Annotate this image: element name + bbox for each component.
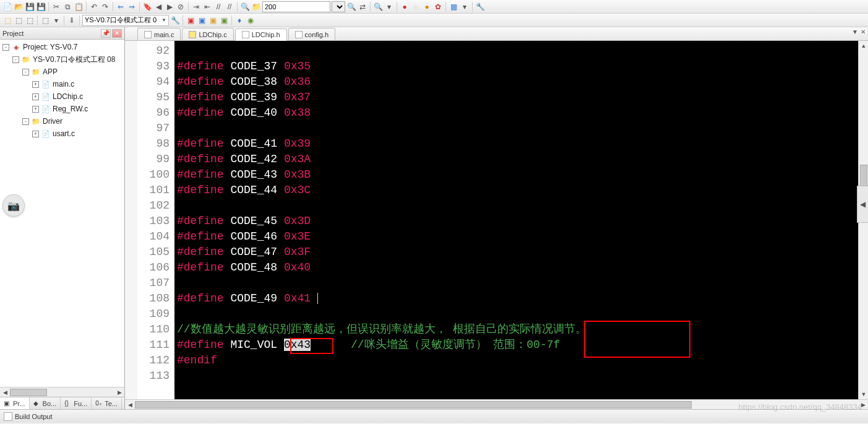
paste-icon[interactable]: 📋 <box>74 2 84 12</box>
editor-hscroll[interactable]: ◀ ▶ <box>125 399 868 409</box>
manage-2-icon[interactable]: ▣ <box>197 15 207 25</box>
tree-expander[interactable]: + <box>32 131 39 137</box>
manage-4-icon[interactable]: ▣ <box>219 15 229 25</box>
hscroll-thumb[interactable] <box>135 401 692 409</box>
cut-icon[interactable]: ✂ <box>51 2 61 12</box>
rebuild-icon[interactable]: ⬚ <box>25 15 35 25</box>
tree-expander[interactable]: + <box>32 81 39 88</box>
scroll-thumb[interactable] <box>10 389 47 396</box>
options-icon[interactable]: ✿ <box>433 2 443 12</box>
tree-item[interactable]: +📄Reg_RW.c <box>0 103 124 115</box>
code-content[interactable]: #define CODE_37 0x35#define CODE_38 0x36… <box>174 41 858 399</box>
dropdown-3-icon[interactable]: ▾ <box>51 15 61 25</box>
tree-item[interactable]: -📁Driver <box>0 115 124 128</box>
code-line[interactable]: #define CODE_42 0x3A <box>177 152 858 167</box>
scroll-down-icon[interactable]: ▼ <box>859 389 868 399</box>
comment-icon[interactable]: // <box>213 2 223 12</box>
breakpoint-disable-icon[interactable]: ○ <box>411 2 421 12</box>
code-line[interactable]: #define CODE_44 0x3C <box>177 183 858 198</box>
tab-list-icon[interactable]: ▼ <box>852 28 858 35</box>
tree-item[interactable]: +📄LDChip.c <box>0 90 124 103</box>
indent-icon[interactable]: ⇥ <box>191 2 201 12</box>
hscroll-right-icon[interactable]: ▶ <box>858 400 868 409</box>
options-target-icon[interactable]: 🔧 <box>170 15 180 25</box>
tree-item[interactable]: +📄usart.c <box>0 128 124 140</box>
code-line[interactable]: #define MIC_VOL 0x43 //咪头增益（灵敏度调节） 范围：00… <box>177 337 858 353</box>
code-line[interactable] <box>177 121 858 136</box>
nav-fwd-icon[interactable]: ⇒ <box>127 2 137 12</box>
code-editor[interactable]: 9293949596979899100101102103104105106107… <box>125 41 868 399</box>
bookmark-prev-icon[interactable]: ◀ <box>153 2 163 12</box>
code-line[interactable]: #define CODE_38 0x36 <box>177 74 858 90</box>
download-icon[interactable]: ⬇ <box>67 15 77 25</box>
tree-expander[interactable]: - <box>22 69 29 76</box>
rte-icon[interactable]: ◉ <box>246 15 256 25</box>
build-icon[interactable]: ⬚ <box>14 15 24 25</box>
editor-tab[interactable]: LDChip.c <box>182 28 233 40</box>
editor-tab[interactable]: LDChip.h <box>235 28 287 41</box>
hscroll-left-icon[interactable]: ◀ <box>125 400 135 409</box>
bottom-tab[interactable]: 0₊Te... <box>92 397 122 409</box>
build-target-icon[interactable]: ⬚ <box>2 15 12 25</box>
tree-item[interactable]: -◈Project: YS-V0.7 <box>0 41 124 53</box>
dropdown-icon[interactable]: ▾ <box>384 2 394 12</box>
debug-icon[interactable]: 🔍 <box>373 2 383 12</box>
project-hscroll[interactable]: ◀ ▶ <box>0 387 124 397</box>
code-line[interactable]: #endif <box>177 353 858 368</box>
tree-item[interactable]: -📁APP <box>0 66 124 78</box>
camera-badge-icon[interactable]: 📷 <box>2 194 25 217</box>
new-icon[interactable]: 📄 <box>2 2 12 12</box>
bookmark-clear-icon[interactable]: ⊘ <box>176 2 186 12</box>
scroll-left-icon[interactable]: ◀ <box>0 387 10 397</box>
code-line[interactable] <box>177 368 858 384</box>
code-line[interactable]: #define CODE_43 0x3B <box>177 167 858 183</box>
uncomment-icon[interactable]: // <box>225 2 234 12</box>
save-all-icon[interactable]: 💾 <box>36 2 46 12</box>
find-files-icon[interactable]: 📁 <box>251 2 261 12</box>
manage-icon[interactable]: ▣ <box>186 15 196 25</box>
redo-icon[interactable]: ↷ <box>100 2 110 12</box>
tree-item[interactable]: +📄main.c <box>0 78 124 90</box>
window-icon[interactable]: ▦ <box>449 2 458 12</box>
bookmark-icon[interactable]: 🔖 <box>142 2 152 12</box>
panel-close-button[interactable]: ✕ <box>112 29 122 38</box>
tree-expander[interactable]: - <box>22 118 29 125</box>
editor-tab[interactable]: main.c <box>137 28 181 40</box>
code-line[interactable] <box>177 275 858 291</box>
code-line[interactable] <box>177 306 858 322</box>
code-line[interactable] <box>177 43 858 59</box>
bottom-tab[interactable]: ◆Bo... <box>30 397 61 409</box>
scroll-up-icon[interactable]: ▲ <box>859 41 868 51</box>
undo-icon[interactable]: ↶ <box>89 2 99 12</box>
copy-icon[interactable]: ⧉ <box>62 2 72 12</box>
nav-back-icon[interactable]: ⇐ <box>116 2 126 12</box>
tree-expander[interactable]: + <box>32 93 39 100</box>
find-input[interactable] <box>262 1 330 12</box>
open-icon[interactable]: 📂 <box>14 2 24 12</box>
code-line[interactable]: #define CODE_49 0x41 <box>177 291 858 306</box>
code-line[interactable]: #define CODE_45 0x3D <box>177 214 858 229</box>
search-go-icon[interactable]: 🔍 <box>346 2 356 12</box>
tree-expander[interactable]: - <box>2 44 9 51</box>
code-line[interactable]: //数值越大越灵敏识别距离越远，但误识别率就越大， 根据自己的实际情况调节。 <box>177 322 858 337</box>
code-line[interactable] <box>177 198 858 214</box>
code-line[interactable]: #define CODE_48 0x40 <box>177 260 858 275</box>
dropdown-2-icon[interactable]: ▾ <box>460 2 470 12</box>
tree-expander[interactable]: + <box>32 106 39 113</box>
manage-3-icon[interactable]: ▣ <box>208 15 218 25</box>
scroll-right-icon[interactable]: ▶ <box>114 387 124 397</box>
breakpoint-icon[interactable]: ● <box>400 2 410 12</box>
code-line[interactable]: #define CODE_39 0x37 <box>177 90 858 105</box>
find-dropdown[interactable] <box>332 1 345 12</box>
tab-close-icon[interactable]: ✕ <box>861 28 866 35</box>
breakpoint-kill-icon[interactable]: ● <box>422 2 432 12</box>
code-line[interactable]: #define CODE_37 0x35 <box>177 59 858 74</box>
tree-item[interactable]: -📁YS-V0.7口令模式工程 08 <box>0 53 124 66</box>
code-line[interactable]: #define CODE_46 0x3E <box>177 229 858 244</box>
target-select[interactable]: YS-V0.7口令模式工程 0 ▼ <box>82 15 169 26</box>
configure-icon[interactable]: 🔧 <box>475 2 485 12</box>
editor-tab[interactable]: config.h <box>288 28 336 40</box>
outdent-icon[interactable]: ⇤ <box>202 2 212 12</box>
code-line[interactable]: #define CODE_41 0x39 <box>177 136 858 152</box>
replace-icon[interactable]: ⇄ <box>358 2 367 12</box>
